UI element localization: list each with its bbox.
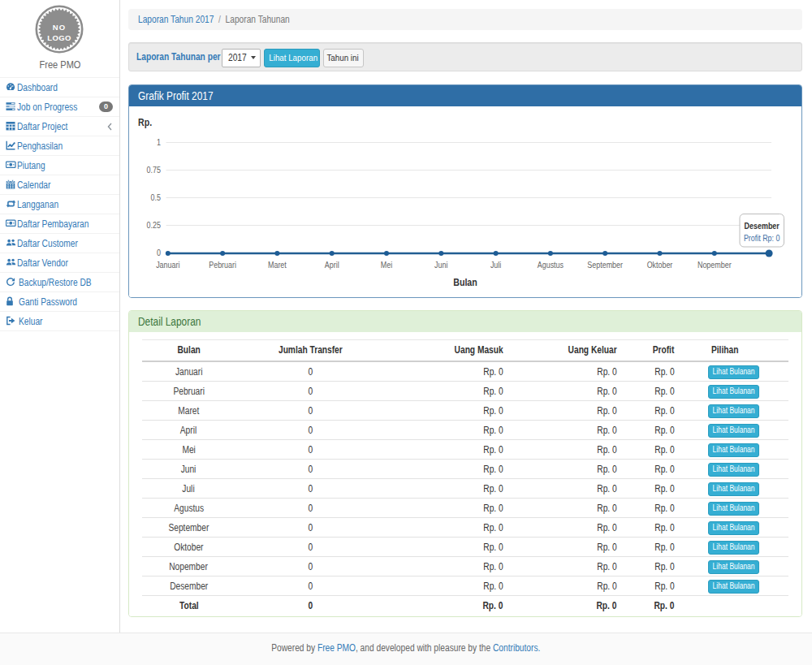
svg-text:Maret: Maret: [268, 260, 287, 270]
svg-text:Januari: Januari: [156, 260, 179, 270]
svg-text:0: 0: [157, 248, 161, 257]
svg-text:Oktober: Oktober: [647, 260, 673, 270]
svg-text:0.5: 0.5: [151, 192, 162, 202]
svg-text:September: September: [587, 260, 623, 270]
svg-text:0.75: 0.75: [147, 165, 162, 175]
svg-text:Pebruari: Pebruari: [209, 260, 236, 270]
svg-text:Bulan: Bulan: [453, 277, 477, 288]
svg-text:NO: NO: [53, 23, 67, 32]
svg-text:Juni: Juni: [434, 260, 447, 270]
svg-text:Nopember: Nopember: [698, 260, 732, 270]
svg-text:Rp.: Rp.: [138, 117, 152, 128]
svg-text:April: April: [325, 260, 339, 270]
svg-text:Profit Rp: 0: Profit Rp: 0: [744, 233, 780, 243]
svg-text:Mei: Mei: [381, 260, 392, 270]
svg-text:0.25: 0.25: [147, 220, 162, 230]
svg-text:Desember: Desember: [745, 221, 780, 231]
svg-text:1: 1: [157, 137, 161, 147]
svg-text:Agustus: Agustus: [538, 260, 564, 270]
svg-text:LOGO: LOGO: [47, 33, 71, 42]
svg-text:Juli: Juli: [490, 260, 501, 270]
